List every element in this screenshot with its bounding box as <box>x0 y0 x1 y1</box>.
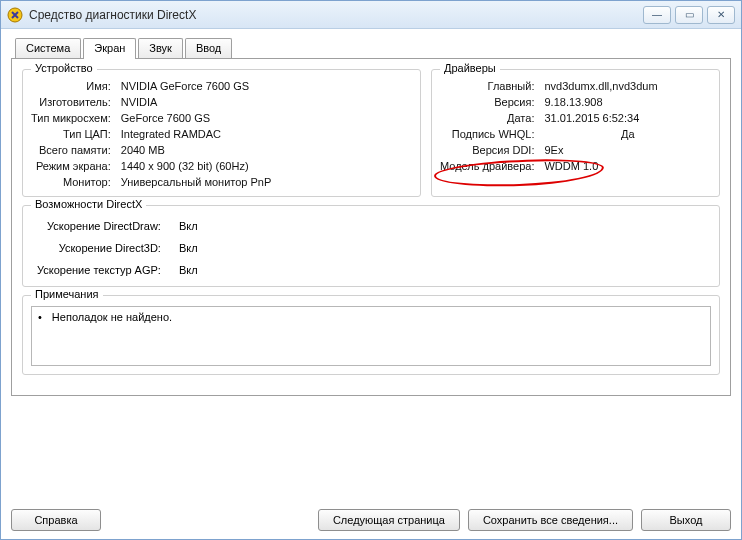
minimize-button[interactable]: — <box>643 6 671 24</box>
exit-button[interactable]: Выход <box>641 509 731 531</box>
notes-list[interactable]: Неполадок не найдено. <box>31 306 711 366</box>
tab-page-screen: Устройство Имя: NVIDIA GeForce 7600 GS И… <box>11 58 731 396</box>
dx-d3d-label: Ускорение Direct3D: <box>37 242 161 254</box>
footer: Справка Следующая страница Сохранить все… <box>11 509 731 531</box>
save-all-button[interactable]: Сохранить все сведения... <box>468 509 633 531</box>
client-area: Система Экран Звук Ввод Устройство Имя: … <box>1 29 741 406</box>
tab-input[interactable]: Ввод <box>185 38 232 58</box>
group-device-legend: Устройство <box>31 62 97 74</box>
dx-ddraw-value: Вкл <box>179 220 705 232</box>
notes-item: Неполадок не найдено. <box>38 311 704 323</box>
device-dac-value: Integrated RAMDAC <box>121 128 412 140</box>
driver-whql-value: Да <box>544 128 711 140</box>
window-controls: — ▭ ✕ <box>643 6 735 24</box>
tab-sound[interactable]: Звук <box>138 38 183 58</box>
tab-system[interactable]: Система <box>15 38 81 58</box>
device-chip-value: GeForce 7600 GS <box>121 112 412 124</box>
group-drivers-legend: Драйверы <box>440 62 500 74</box>
driver-model-label: Модель драйвера: <box>440 160 534 173</box>
dx-ddraw-label: Ускорение DirectDraw: <box>37 220 161 232</box>
driver-date-label: Дата: <box>440 112 534 124</box>
next-page-button[interactable]: Следующая страница <box>318 509 460 531</box>
driver-version-value: 9.18.13.908 <box>544 96 711 108</box>
group-directx-legend: Возможности DirectX <box>31 198 146 210</box>
titlebar: Средство диагностики DirectX — ▭ ✕ <box>1 1 741 29</box>
driver-ddi-label: Версия DDI: <box>440 144 534 156</box>
driver-main-label: Главный: <box>440 80 534 92</box>
dx-d3d-value: Вкл <box>179 242 705 254</box>
driver-whql-label: Подпись WHQL: <box>440 128 534 140</box>
device-monitor-value: Универсальный монитор PnP <box>121 176 412 188</box>
group-device: Устройство Имя: NVIDIA GeForce 7600 GS И… <box>22 69 421 197</box>
device-manufacturer-label: Изготовитель: <box>31 96 111 108</box>
group-notes-legend: Примечания <box>31 288 103 300</box>
device-chip-label: Тип микросхем: <box>31 112 111 124</box>
device-name-label: Имя: <box>31 80 111 92</box>
driver-ddi-value: 9Ex <box>544 144 711 156</box>
device-mode-label: Режим экрана: <box>31 160 111 172</box>
window-title: Средство диагностики DirectX <box>29 8 643 22</box>
device-manufacturer-value: NVIDIA <box>121 96 412 108</box>
device-memory-value: 2040 MB <box>121 144 412 156</box>
tabstrip: Система Экран Звук Ввод <box>15 37 731 58</box>
driver-model-value: WDDM 1.0 <box>544 160 711 172</box>
device-name-value: NVIDIA GeForce 7600 GS <box>121 80 412 92</box>
tab-screen[interactable]: Экран <box>83 38 136 59</box>
device-memory-label: Всего памяти: <box>31 144 111 156</box>
dx-agp-value: Вкл <box>179 264 705 276</box>
driver-version-label: Версия: <box>440 96 534 108</box>
group-directx: Возможности DirectX Ускорение DirectDraw… <box>22 205 720 287</box>
maximize-button[interactable]: ▭ <box>675 6 703 24</box>
group-notes: Примечания Неполадок не найдено. <box>22 295 720 375</box>
device-monitor-label: Монитор: <box>31 176 111 188</box>
close-button[interactable]: ✕ <box>707 6 735 24</box>
dx-agp-label: Ускорение текстур AGP: <box>37 264 161 276</box>
group-drivers: Драйверы Главный: nvd3dumx.dll,nvd3dum В… <box>431 69 720 197</box>
driver-main-value: nvd3dumx.dll,nvd3dum <box>544 80 711 92</box>
device-dac-label: Тип ЦАП: <box>31 128 111 140</box>
help-button[interactable]: Справка <box>11 509 101 531</box>
driver-date-value: 31.01.2015 6:52:34 <box>544 112 711 124</box>
window: Средство диагностики DirectX — ▭ ✕ Систе… <box>0 0 742 540</box>
device-mode-value: 1440 x 900 (32 bit) (60Hz) <box>121 160 412 172</box>
dxdiag-icon <box>7 7 23 23</box>
